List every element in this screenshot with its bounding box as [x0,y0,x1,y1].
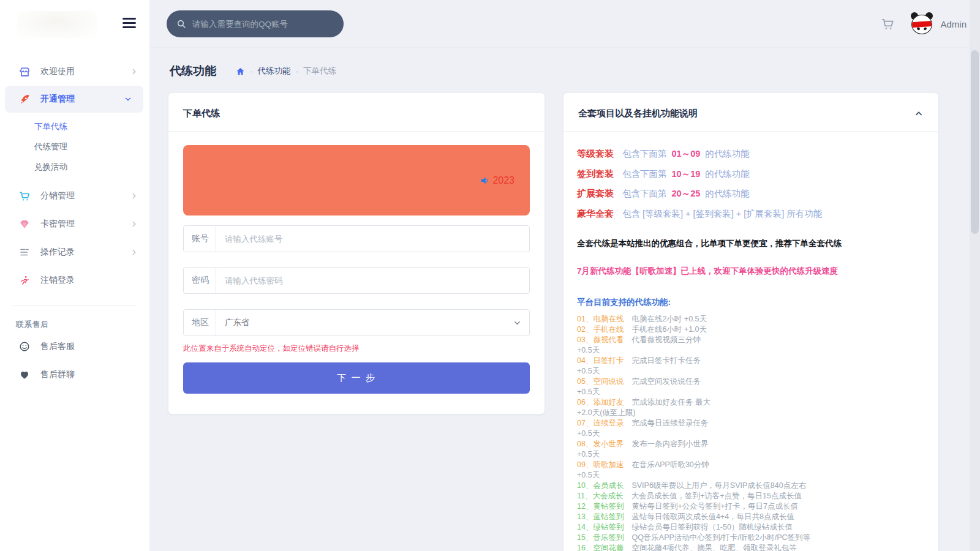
feature-desc: 完成日签卡打卡任务 [631,356,701,365]
page-head: 代练功能 - 代练功能 - 下单代练 [170,63,336,79]
package-range: 20～25 [672,189,701,198]
region-select[interactable]: 地区 广东省 [183,309,530,336]
banner-marquee: 2023 [480,174,514,186]
package-range: 10～19 [672,169,701,179]
feature-name: 07、连续登录 [577,419,624,427]
logout-runner-icon [18,274,31,287]
feature-desc: QQ音乐APP活动中心签到/打卡/听歌2小时/PC签到等 [631,533,810,542]
page-scrollbar[interactable] [970,0,980,551]
breadcrumb-separator: - [296,67,299,76]
feature-name: 11、大会成长 [577,492,623,500]
package-prefix: 包含 [等级套装] + [签到套装] + [扩展套装] 所有功能 [622,209,822,219]
scrollbar-thumb[interactable] [971,50,979,234]
feature-name: 12、黄钻签到 [577,502,624,511]
feature-item: 10、会员成长SVIP6级年费以上用户，每月SVIP成长值840点左右 [577,481,925,491]
order-card-header: 下单代练 [168,93,545,132]
submenu-item-manage[interactable]: 代练管理 [0,137,149,157]
sidebar-item-label: 卡密管理 [40,219,75,230]
sidebar-item-label: 注销登录 [40,275,75,286]
submenu-item-order[interactable]: 下单代练 [0,116,149,137]
package-suffix: 的代练功能 [705,149,750,159]
account-input[interactable] [216,234,529,244]
password-label: 密码 [184,275,216,286]
package-name: 签到套装 [577,168,614,179]
account-label: 账号 [184,233,216,244]
feature-item: 05、空间说说完成空间发说说任务+0.5天 [577,377,925,397]
feature-desc: 大会员成长值，签到+访客+点赞，每日15点成长值 [631,492,802,500]
package-prefix: 包含下面第 [622,149,667,159]
feature-extra: +0.5天 [577,366,925,377]
submenu-item-exchange[interactable]: 兑换活动 [0,157,149,177]
package-name: 豪华全套 [577,208,614,219]
sidebar-item-support-service[interactable]: 售后客服 [0,332,149,361]
logo[interactable] [17,11,97,38]
speaker-icon [480,174,491,186]
breadcrumb: - 代练功能 - 下单代练 [236,66,336,77]
feature-extra: +0.5天 [577,429,925,439]
feature-name: 03、薇视代看 [577,335,624,344]
collapse-chevron-up-icon[interactable] [914,109,924,119]
package-suffix: 的代练功能 [705,189,750,198]
next-step-button[interactable]: 下 一 步 [183,362,530,394]
feature-item: 15、音乐签到QQ音乐APP活动中心签到/打卡/听歌2小时/PC签到等 [577,533,925,543]
feature-item: 06、添加好友完成添加好友任务 最大+2.0天(做至上限) [577,397,925,418]
feature-item: 09、听歌加速在音乐APP听歌30分钟+0.5天 [577,460,925,481]
feature-item: 08、发小世界发布一条内容到小世界+0.5天 [577,439,925,460]
sidebar-item-welcome[interactable]: 欢迎使用 [0,58,149,86]
feature-desc: 手机在线6小时 +1.0天 [631,325,707,334]
search-bar[interactable] [167,10,344,37]
info-card: 全套项目以及各挂机功能说明 等级套装包含下面第01～09的代练功能签到套装包含下… [564,93,938,551]
feature-name: 01、电脑在线 [577,315,624,323]
package-line: 扩展套装包含下面第20～25的代练功能 [577,184,925,204]
hamburger-menu-icon[interactable] [123,18,136,29]
feature-desc: 在音乐APP听歌30分钟 [631,460,709,469]
package-prefix: 包含下面第 [622,189,667,198]
breadcrumb-current: 下单代练 [303,66,336,77]
package-suffix: 的代练功能 [705,169,750,179]
feature-extra: +0.5天 [577,470,925,481]
feature-item: 03、薇视代看代看薇视视频三分钟+0.5天 [577,335,925,356]
search-input[interactable] [192,20,327,29]
breadcrumb-parent[interactable]: 代练功能 [258,66,291,77]
cart-icon[interactable] [881,17,895,31]
chevron-right-icon [130,192,138,200]
avatar [911,13,933,35]
feature-name: 16、空间花藤 [577,544,624,551]
sidebar-item-support-group[interactable]: 售后群聊 [0,361,149,389]
feature-name: 15、音乐签到 [577,533,624,542]
feature-item: 12、黄钻签到黄钻每日签到+公众号签到+打卡，每日7点成长值 [577,501,925,512]
package-prefix: 包含下面第 [622,169,667,179]
user-name: Admin [940,19,967,29]
feature-name: 05、空间说说 [577,377,624,386]
sidebar-item-label: 开通管理 [40,94,75,105]
feature-desc: 黄钻每日签到+公众号签到+打卡，每日7点成长值 [631,502,798,511]
password-field-group: 密码 [183,267,530,294]
sidebar-item-activation[interactable]: 开通管理 [5,86,143,113]
region-label: 地区 [184,317,216,328]
breadcrumb-separator: - [250,67,253,76]
password-input[interactable] [216,276,529,285]
feature-item: 11、大会成长大会员成长值，签到+访客+点赞，每日15点成长值 [577,491,925,501]
info-card-body: 等级套装包含下面第01～09的代练功能签到套装包含下面第10～19的代练功能扩展… [564,132,938,551]
feature-extra: +0.5天 [577,345,925,356]
feature-name: 04、日签打卡 [577,356,624,365]
heart-icon [18,369,31,381]
user-menu[interactable]: Admin [911,13,967,35]
page-title: 代练功能 [170,63,216,79]
chevron-right-icon [130,248,138,257]
sidebar-item-distribution[interactable]: 分销管理 [0,182,149,210]
app-root: 欢迎使用 开通管理 下单代练 代练管理 兑换活动 [0,0,980,551]
package-name: 等级套装 [577,148,614,159]
sidebar-item-label: 欢迎使用 [40,66,75,77]
feature-desc: 蓝钻每日领取两次成长值4+4，每日共8点成长值 [631,512,794,521]
feature-item: 01、电脑在线电脑在线2小时 +0.5天 [577,314,925,324]
feature-item: 14、绿钻签到绿钻会员每日签到获得（1-50）随机绿钻成长值 [577,522,925,533]
feature-desc: 空间花藤4项代养、摘果、吃肥、领取登录礼包等 [631,544,796,551]
sidebar-item-logs[interactable]: 操作记录 [0,238,149,266]
feature-item: 07、连续登录完成每日连续登录任务+0.5天 [577,418,925,439]
home-icon[interactable] [236,67,245,76]
sidebar-item-logout[interactable]: 注销登录 [0,266,149,294]
sidebar-submenu: 下单代练 代练管理 兑换活动 [0,113,149,182]
sidebar-item-cardkeys[interactable]: 卡密管理 [0,210,149,238]
feature-item: 16、空间花藤空间花藤4项代养、摘果、吃肥、领取登录礼包等 [577,543,925,551]
